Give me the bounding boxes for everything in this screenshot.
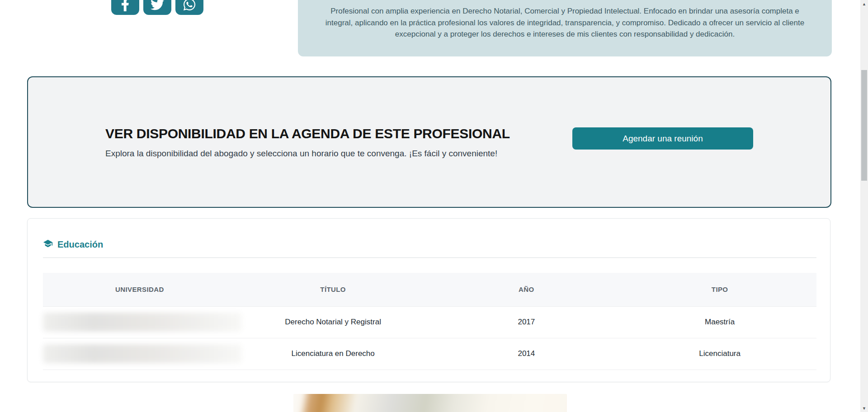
cell-titulo: Derecho Notarial y Registral	[236, 306, 430, 338]
cell-universidad	[43, 306, 236, 338]
twitter-share-button[interactable]	[143, 0, 171, 15]
table-row: Licenciatura en Derecho 2014 Licenciatur…	[43, 338, 816, 370]
blurred-photo-image	[293, 394, 567, 412]
cell-tipo: Maestría	[623, 306, 816, 338]
cell-titulo: Licenciatura en Derecho	[236, 338, 430, 370]
cell-universidad	[43, 338, 236, 370]
availability-title: VER DISPONIBILIDAD EN LA AGENDA DE ESTE …	[105, 126, 510, 141]
schedule-meeting-button[interactable]: Agendar una reunión	[572, 127, 753, 150]
column-header-titulo: TÍTULO	[236, 273, 430, 306]
scrollbar-up-arrow[interactable]: ▲	[860, 0, 868, 8]
twitter-icon	[151, 0, 164, 13]
professional-bio-text: Profesional con amplia experiencia en De…	[319, 5, 811, 40]
availability-text-block: VER DISPONIBILIDAD EN LA AGENDA DE ESTE …	[105, 126, 510, 159]
cell-tipo: Licenciatura	[623, 338, 816, 370]
cell-ano: 2017	[430, 306, 623, 338]
redacted-university-name	[43, 313, 242, 332]
column-header-universidad: UNIVERSIDAD	[43, 273, 236, 306]
whatsapp-icon	[183, 0, 196, 13]
table-row: Derecho Notarial y Registral 2017 Maestr…	[43, 306, 816, 338]
availability-banner: VER DISPONIBILIDAD EN LA AGENDA DE ESTE …	[27, 76, 831, 208]
facebook-share-button[interactable]	[111, 0, 139, 15]
scrollbar[interactable]: ▲ ▼	[860, 0, 868, 412]
whatsapp-share-button[interactable]	[175, 0, 203, 15]
lawyer-profile-page: Profesional con amplia experiencia en De…	[0, 0, 868, 412]
professional-bio-box: Profesional con amplia experiencia en De…	[298, 0, 832, 56]
cell-ano: 2014	[430, 338, 623, 370]
column-header-ano: AÑO	[430, 273, 623, 306]
profile-photo-cropped	[293, 394, 567, 412]
redacted-university-name	[43, 344, 242, 363]
scrollbar-thumb[interactable]	[861, 70, 867, 181]
social-share-row	[111, 0, 203, 15]
scrollbar-down-arrow[interactable]: ▼	[860, 404, 868, 412]
education-divider	[43, 258, 816, 258]
education-table: UNIVERSIDAD TÍTULO AÑO TIPO Derecho Nota…	[43, 273, 816, 370]
education-title-row: Educación	[43, 239, 816, 251]
graduation-cap-icon	[43, 239, 53, 251]
education-section: Educación UNIVERSIDAD TÍTULO AÑO TIPO De…	[27, 218, 830, 382]
availability-subtitle: Explora la disponibilidad del abogado y …	[105, 149, 510, 159]
education-title: Educación	[57, 239, 103, 250]
education-table-header-row: UNIVERSIDAD TÍTULO AÑO TIPO	[43, 273, 816, 306]
column-header-tipo: TIPO	[623, 273, 816, 306]
facebook-icon	[118, 0, 132, 13]
